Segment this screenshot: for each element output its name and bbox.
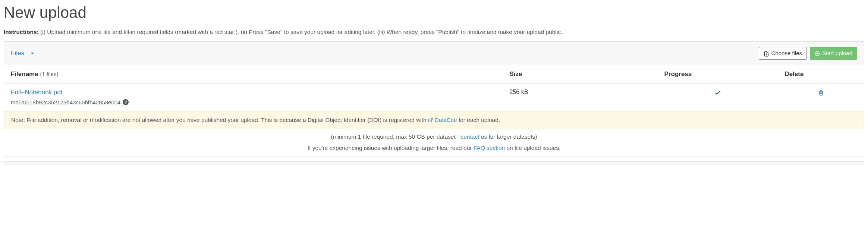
start-upload-label: Start upload [822, 50, 852, 57]
upload-arrow-icon [815, 50, 820, 57]
footer-faq-suffix: on file upload issues. [505, 145, 560, 151]
datacite-link[interactable]: DataCite [434, 117, 457, 123]
instructions-body: (i) Upload minimum one file and fill-in … [39, 29, 562, 35]
page-title: New upload [4, 4, 864, 22]
files-panel-title: Files [11, 50, 24, 57]
choose-files-label: Choose files [771, 50, 802, 57]
th-progress: Progress [658, 65, 778, 84]
th-delete: Delete [778, 65, 864, 84]
note-prefix: Note: File addition, removal or modifica… [11, 117, 428, 123]
table-row: Full+Notebook.pdf md5:0518b92c352123b43c… [4, 83, 864, 111]
files-table: Filename (1 files) Size Progress Delete … [4, 65, 864, 111]
help-icon[interactable]: ? [123, 99, 129, 105]
footer-min-suffix: for larger datasets) [487, 133, 537, 140]
footer-faq-prefix: If you're experiencing issues with uploa… [308, 145, 474, 151]
upload-icon [764, 50, 769, 57]
panel-header-left[interactable]: Files [11, 50, 35, 57]
note-suffix: for each upload. [457, 117, 500, 123]
files-panel-header: Files Choose files Start upload [4, 42, 864, 65]
next-panel-stub [4, 161, 864, 165]
instructions-label: Instructions: [4, 29, 39, 35]
check-icon [714, 89, 721, 96]
file-link[interactable]: Full+Notebook.pdf [11, 89, 62, 96]
th-filename-count: (1 files) [40, 71, 58, 77]
start-upload-button[interactable]: Start upload [810, 47, 857, 60]
footer-faq-note: If you're experiencing issues with uploa… [4, 142, 864, 157]
file-size: 256 kB [503, 83, 657, 111]
choose-files-button[interactable]: Choose files [759, 47, 807, 60]
contact-us-link[interactable]: contact us [460, 133, 487, 140]
file-md5: md5:0518b92c352123b43c65bfb42853e004 ? [11, 99, 496, 105]
th-filename: Filename (1 files) [4, 65, 503, 84]
footer-min-prefix: (minimum 1 file required, max 50 GB per … [331, 133, 460, 140]
note-banner: Note: File addition, removal or modifica… [4, 111, 864, 129]
chevron-down-icon[interactable] [29, 50, 35, 57]
faq-section-link[interactable]: FAQ section [474, 145, 505, 151]
footer-min-note: (minimum 1 file required, max 50 GB per … [4, 129, 864, 142]
svg-line-1 [430, 119, 432, 121]
files-panel: Files Choose files Start upload [4, 41, 864, 157]
trash-icon[interactable] [818, 89, 824, 96]
external-link-icon [428, 117, 434, 123]
th-size: Size [503, 65, 657, 84]
th-filename-text: Filename [11, 70, 38, 78]
file-md5-text: md5:0518b92c352123b43c65bfb42853e004 [11, 99, 120, 105]
instructions-text: Instructions: (i) Upload minimum one fil… [4, 28, 864, 36]
panel-header-actions: Choose files Start upload [759, 47, 857, 60]
